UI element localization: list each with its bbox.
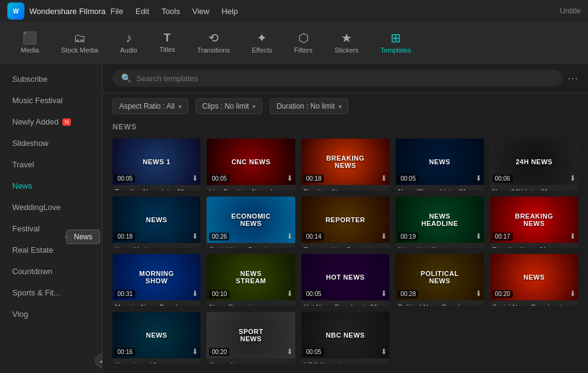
- download-icon[interactable]: ⬇: [476, 174, 482, 183]
- duration-filter[interactable]: Duration : No limit ▾: [270, 98, 348, 114]
- sidebar-item-vlog[interactable]: Vlog: [0, 303, 102, 325]
- template-card[interactable]: NEWSHEADLINE 00:19 ⬇ News Headline: [395, 197, 483, 248]
- tool-templates-label: Templates: [380, 46, 411, 54]
- card-label: News Channel Intro 01: [395, 185, 483, 190]
- template-card[interactable]: NEWS 00:05 ⬇ News Channel Intro 01: [395, 139, 483, 190]
- sidebar-item-sports-fit[interactable]: Sports & Fit...: [0, 282, 102, 303]
- section-label: NEWS: [103, 119, 588, 134]
- tool-media[interactable]: ⬛ Media: [12, 28, 48, 57]
- template-card[interactable]: NEWS 00:16 ⬇ News Intro 16: [112, 312, 200, 364]
- menu-help[interactable]: Help: [221, 7, 238, 16]
- sidebar-item-slideshow[interactable]: Slideshow: [0, 132, 102, 154]
- thumb-text: BREAKINGNEWS: [515, 212, 553, 227]
- aspect-ratio-label: Aspect Ratio : All: [119, 102, 175, 110]
- tool-transitions[interactable]: ⟲ Transitions: [189, 28, 238, 57]
- download-icon[interactable]: ⬇: [381, 174, 387, 183]
- download-icon[interactable]: ⬇: [381, 347, 387, 356]
- card-thumbnail: NEWS 00:18 ⬇: [112, 197, 200, 243]
- tool-stock-media[interactable]: 🗂 Stock Media: [53, 28, 107, 57]
- download-icon[interactable]: ⬇: [570, 232, 576, 241]
- sidebar-festival-label: Festival: [12, 224, 40, 233]
- tool-filters[interactable]: ⬡ Filters: [285, 28, 321, 57]
- download-icon[interactable]: ⬇: [287, 347, 293, 356]
- sidebar-item-newly-added[interactable]: Newly Added N: [0, 111, 102, 132]
- titles-icon: T: [164, 32, 171, 43]
- media-icon: ⬛: [22, 32, 37, 44]
- template-card[interactable]: NEWS 1 00:05 ⬇ Trending News Intro 01: [112, 139, 200, 190]
- card-thumbnail: NEWS 00:20 ⬇: [490, 254, 578, 300]
- tool-templates[interactable]: ⊞ Templates: [372, 28, 419, 57]
- thumb-text: HOT NEWS: [326, 273, 364, 281]
- template-card[interactable]: SPORTNEWS 00:20 ⬇ Sports News: [207, 312, 295, 364]
- template-card[interactable]: POLITICALNEWS 00:28 ⬇ Political News Bro…: [395, 254, 483, 306]
- template-card[interactable]: BREAKINGNEWS 00:17 ⬇ Trending News 01: [490, 197, 578, 248]
- download-icon[interactable]: ⬇: [570, 289, 576, 298]
- download-icon[interactable]: ⬇: [192, 232, 198, 241]
- download-icon[interactable]: ⬇: [192, 289, 198, 298]
- tool-titles[interactable]: T Titles: [151, 29, 184, 57]
- template-card[interactable]: 24H NEWS 00:06 ⬇ News 24H Intro 01: [490, 139, 578, 190]
- search-input[interactable]: [136, 74, 554, 83]
- effects-icon: ✦: [257, 32, 267, 44]
- template-card[interactable]: MORNINGSHOW 00:31 ⬇ Morning News Broadc.…: [112, 254, 200, 306]
- card-duration: 00:31: [115, 290, 135, 298]
- menu-edit[interactable]: Edit: [136, 7, 149, 16]
- tool-stickers[interactable]: ★ Stickers: [326, 28, 367, 57]
- card-label: News Headline: [395, 243, 483, 248]
- card-duration: 00:18: [115, 233, 135, 241]
- tool-audio[interactable]: ♪ Audio: [112, 28, 146, 57]
- download-icon[interactable]: ⬇: [192, 347, 198, 356]
- sidebar-item-countdown[interactable]: Countdown: [0, 261, 102, 282]
- menu-tools[interactable]: Tools: [161, 7, 180, 16]
- sidebar-item-wedding-love[interactable]: WeddingLove: [0, 197, 102, 218]
- template-card[interactable]: REPORTER 00:14 ⬇ Reporter Live Connect..…: [301, 197, 389, 248]
- more-options-icon[interactable]: ⋯: [567, 71, 578, 85]
- template-card[interactable]: NEWS 00:20 ⬇ Social News Broadcast: [490, 254, 578, 306]
- download-icon[interactable]: ⬇: [476, 289, 482, 298]
- tool-effects[interactable]: ✦ Effects: [243, 28, 281, 57]
- card-thumbnail: ECONOMICNEWS 00:26 ⬇: [207, 197, 295, 243]
- download-icon[interactable]: ⬇: [287, 289, 293, 298]
- card-duration: 00:17: [493, 233, 513, 241]
- card-thumbnail: BREAKINGNEWS 00:18 ⬇: [301, 139, 389, 185]
- aspect-ratio-filter[interactable]: Aspect Ratio : All ▾: [112, 98, 188, 114]
- card-label: Trending News 01: [490, 243, 578, 248]
- sidebar-sports-label: Sports & Fit...: [12, 288, 61, 297]
- template-card[interactable]: NBC NEWS 00:05 ⬇ NBC News Intro: [301, 312, 389, 364]
- download-icon[interactable]: ⬇: [287, 174, 293, 183]
- template-card[interactable]: NEWSSTREAM 00:10 ⬇ News Streaming: [207, 254, 295, 306]
- sidebar-item-travel[interactable]: Travel: [0, 154, 102, 175]
- sidebar-item-music-festival[interactable]: Music Festival: [0, 90, 102, 111]
- menu-file[interactable]: File: [111, 7, 123, 16]
- filter-bar: Aspect Ratio : All ▾ Clips : No limit ▾ …: [103, 93, 588, 119]
- sidebar-music-festival-label: Music Festival: [12, 96, 62, 105]
- menu-view[interactable]: View: [192, 7, 209, 16]
- card-duration: 00:26: [209, 233, 229, 241]
- sidebar-collapse-button[interactable]: ◀: [95, 353, 103, 368]
- thumb-text: REPORTER: [325, 216, 365, 223]
- download-icon[interactable]: ⬇: [287, 232, 293, 241]
- download-icon[interactable]: ⬇: [192, 174, 198, 183]
- template-card[interactable]: ECONOMICNEWS 00:26 ⬇ Social News Broadca…: [207, 197, 295, 248]
- sidebar-item-subscribe[interactable]: Subscribe: [0, 68, 102, 90]
- download-icon[interactable]: ⬇: [570, 174, 576, 183]
- template-grid: NEWS 1 00:05 ⬇ Trending News Intro 01 CN…: [103, 134, 588, 373]
- stickers-icon: ★: [341, 32, 352, 44]
- clips-filter[interactable]: Clips : No limit ▾: [196, 98, 263, 114]
- card-label: News Modern: [112, 243, 200, 248]
- search-input-wrap[interactable]: 🔍: [112, 70, 562, 87]
- sidebar: Subscribe Music Festival Newly Added N S…: [0, 63, 103, 373]
- card-duration: 00:18: [304, 175, 324, 183]
- template-card[interactable]: BREAKINGNEWS 00:18 ⬇ Breaking News: [301, 139, 389, 190]
- tool-stickers-label: Stickers: [334, 46, 358, 54]
- newly-added-badge: N: [62, 118, 72, 126]
- thumb-text: NEWS: [429, 158, 450, 165]
- download-icon[interactable]: ⬇: [381, 232, 387, 241]
- template-card[interactable]: CNC NEWS 00:05 ⬇ Live Breaking News In..…: [207, 139, 295, 190]
- download-icon[interactable]: ⬇: [476, 232, 482, 241]
- sidebar-item-news[interactable]: News: [0, 175, 102, 197]
- card-duration: 00:28: [398, 290, 418, 298]
- template-card[interactable]: NEWS 00:18 ⬇ News Modern: [112, 197, 200, 248]
- download-icon[interactable]: ⬇: [381, 289, 387, 298]
- template-card[interactable]: HOT NEWS 00:05 ⬇ Hot News Broadcasts 01: [301, 254, 389, 306]
